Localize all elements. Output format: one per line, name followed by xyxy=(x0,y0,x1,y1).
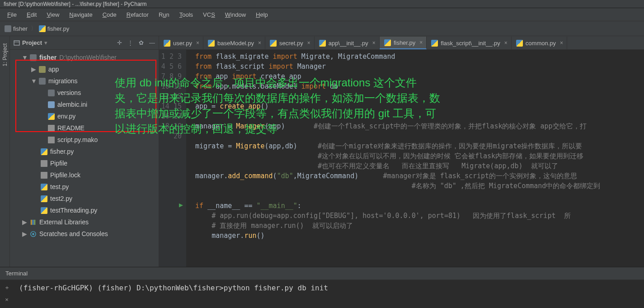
python-file-icon xyxy=(208,40,215,47)
tab-user[interactable]: user.py× xyxy=(159,37,203,49)
breadcrumb-file[interactable]: fisher.py xyxy=(39,25,69,32)
tree-scratches[interactable]: ▶ Scratches and Consoles xyxy=(10,228,159,240)
tree-migrations[interactable]: ▼ migrations xyxy=(10,75,159,87)
close-icon[interactable]: × xyxy=(419,39,423,46)
tree-fisherpy[interactable]: fisher.py xyxy=(10,146,159,157)
editor-area: user.py× baseModel.py× secret.py× app\__… xyxy=(159,36,644,267)
python-file-icon xyxy=(319,40,326,47)
locate-icon[interactable]: ✛ xyxy=(117,39,122,46)
python-file-icon xyxy=(41,184,47,190)
python-file-icon xyxy=(164,40,170,47)
menu-edit[interactable]: Edit xyxy=(22,10,41,19)
text-file-icon xyxy=(48,137,55,143)
tree-pipfilelock[interactable]: Pipfile.lock xyxy=(10,169,159,181)
main-menu-bar: File Edit View Navigate Code Refactor Ru… xyxy=(0,8,644,21)
menu-file[interactable]: File xyxy=(3,10,21,19)
new-session-icon[interactable]: ＋ xyxy=(4,284,10,292)
text-file-icon xyxy=(41,172,47,179)
folder-icon xyxy=(48,90,55,96)
close-icon[interactable]: × xyxy=(560,40,563,46)
tree-app[interactable]: ▶ app xyxy=(10,63,159,75)
menu-navigate[interactable]: Navigate xyxy=(65,10,97,19)
scratches-icon xyxy=(30,231,37,237)
close-icon[interactable]: × xyxy=(307,40,310,46)
close-icon[interactable]: × xyxy=(196,40,199,46)
svg-rect-4 xyxy=(34,219,35,224)
breadcrumb-separator: 〉 xyxy=(31,24,35,33)
tree-scriptmako[interactable]: script.py.mako xyxy=(10,134,159,146)
package-icon xyxy=(39,66,46,73)
tree-alembic[interactable]: alembic.ini xyxy=(10,99,159,110)
library-icon xyxy=(30,219,37,226)
tab-fisher[interactable]: fisher.py× xyxy=(380,37,427,49)
tab-app-init[interactable]: app\__init__.py× xyxy=(315,37,380,49)
ini-file-icon xyxy=(48,101,55,108)
tool-window-stripe: 1: Project xyxy=(0,36,10,267)
terminal-title: Terminal xyxy=(5,270,28,277)
svg-rect-0 xyxy=(14,41,19,45)
python-file-icon xyxy=(41,207,47,214)
expand-icon[interactable]: ▶ xyxy=(31,66,36,73)
expand-icon[interactable]: ▶ xyxy=(22,230,27,237)
menu-vcs[interactable]: VCS xyxy=(198,10,220,19)
menu-window[interactable]: Window xyxy=(221,10,250,19)
menu-view[interactable]: View xyxy=(42,10,64,19)
svg-rect-2 xyxy=(31,219,32,224)
menu-run[interactable]: Run xyxy=(154,10,174,19)
tree-root-path: D:\pythonWeb\fisher xyxy=(59,54,117,61)
terminal-panel: Terminal ＋ × (fisher-rhGcHGPK) (fisher) … xyxy=(0,267,644,308)
tree-pipfile[interactable]: Pipfile xyxy=(10,157,159,169)
close-icon[interactable]: × xyxy=(372,40,376,46)
collapse-icon[interactable]: ⋮ xyxy=(127,39,133,46)
tab-common[interactable]: common.py× xyxy=(512,37,567,49)
python-file-icon xyxy=(41,195,47,202)
settings-icon[interactable]: ✿ xyxy=(139,39,144,46)
tree-envpy[interactable]: env.py xyxy=(10,110,159,122)
tree-versions[interactable]: versions xyxy=(10,87,159,99)
breadcrumb-root-label: fisher xyxy=(13,25,28,32)
tree-testpy[interactable]: test.py xyxy=(10,181,159,193)
close-session-icon[interactable]: × xyxy=(5,296,9,303)
menu-refactor[interactable]: Refactor xyxy=(122,10,153,19)
run-gutter-icon[interactable]: ▶ xyxy=(179,201,183,209)
code-editor[interactable]: 1 2 3 4 5 6 7 8 9 10 11 12 13 14 15 16 1… xyxy=(159,50,644,267)
side-tab-project[interactable]: 1: Project xyxy=(2,43,8,66)
menu-help[interactable]: Help xyxy=(251,10,273,19)
code-content[interactable]: from flask_migrate import Migrate, Migra… xyxy=(186,50,644,267)
python-file-icon xyxy=(48,113,55,120)
breadcrumb-file-label: fisher.py xyxy=(47,25,69,32)
project-view-icon xyxy=(14,40,20,46)
breadcrumb: fisher 〉 fisher.py xyxy=(0,21,644,36)
menu-tools[interactable]: Tools xyxy=(175,10,197,19)
expand-icon[interactable]: ▶ xyxy=(22,218,27,226)
breadcrumb-root[interactable]: fisher xyxy=(5,25,28,32)
close-icon[interactable]: × xyxy=(504,40,508,46)
collapse-icon[interactable]: ▼ xyxy=(31,77,36,85)
line-gutter: 1 2 3 4 5 6 7 8 9 10 11 12 13 14 15 16 1… xyxy=(159,50,186,267)
python-file-icon xyxy=(431,40,438,47)
close-icon[interactable]: × xyxy=(258,40,261,46)
tab-secret[interactable]: secret.py× xyxy=(265,37,315,49)
terminal-line: (fisher-rhGcHGPK) (fisher) D:\pythonWeb\… xyxy=(19,284,328,292)
tree-root[interactable]: ▼ fisher D:\pythonWeb\fisher xyxy=(10,52,159,63)
python-file-icon xyxy=(384,39,391,46)
tree-testthreading[interactable]: testThreading.py xyxy=(10,204,159,216)
expand-icon[interactable]: ▼ xyxy=(22,54,27,61)
terminal-output[interactable]: (fisher-rhGcHGPK) (fisher) D:\pythonWeb\… xyxy=(14,280,644,296)
window-title-bar: fisher [D:\pythonWeb\fisher] - ...\fishe… xyxy=(0,0,644,8)
tree-test2py[interactable]: test2.py xyxy=(10,193,159,204)
terminal-toolbar: ＋ × xyxy=(0,280,14,303)
python-file-icon xyxy=(39,25,46,32)
tree-readme[interactable]: README xyxy=(10,122,159,134)
project-panel-title[interactable]: Project xyxy=(22,39,42,46)
menu-code[interactable]: Code xyxy=(98,10,121,19)
tab-flask-script-init[interactable]: flask_script\__init__.py× xyxy=(427,37,512,49)
hide-icon[interactable]: — xyxy=(149,39,155,46)
project-tree[interactable]: ▼ fisher D:\pythonWeb\fisher ▶ app ▼ mig… xyxy=(10,50,159,242)
terminal-header[interactable]: Terminal xyxy=(0,267,644,280)
tree-external-libs[interactable]: ▶ External Libraries xyxy=(10,216,159,228)
python-file-icon xyxy=(41,148,47,155)
dropdown-icon[interactable]: ▾ xyxy=(44,39,47,46)
tab-basemodel[interactable]: baseModel.py× xyxy=(203,37,265,49)
svg-rect-3 xyxy=(33,219,34,224)
